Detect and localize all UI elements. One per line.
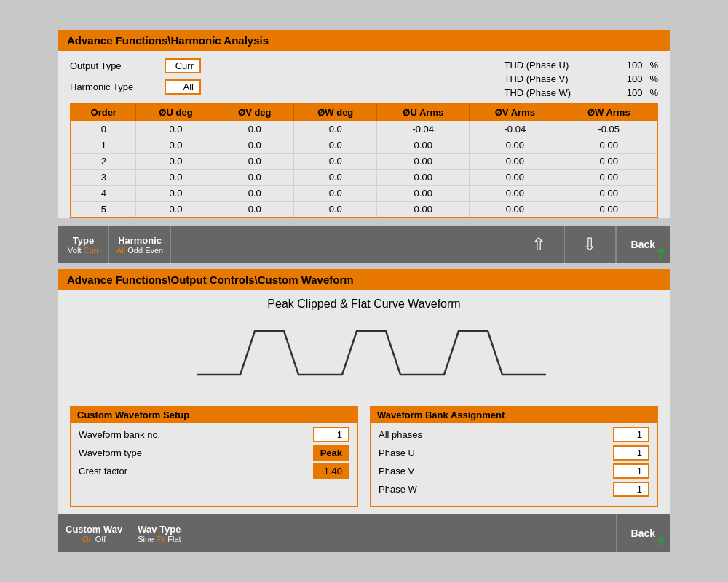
crest-factor-value[interactable]: 1.40 (313, 463, 349, 479)
custom-waveform-title: Advance Functions\Output Controls\Custom… (58, 269, 670, 290)
table-cell: 0.0 (136, 121, 215, 137)
bottom-green-up-arrow-icon: ⇧ (656, 535, 665, 549)
all-phases-value[interactable]: 1 (613, 427, 649, 442)
table-row: 10.00.00.00.000.000.00 (71, 137, 657, 154)
harmonic-table: OrderØU degØV degØW degØU ArmsØV ArmsØW … (70, 103, 658, 218)
custom-waveform-setup-box: Custom Waveform Setup Waveform bank no. … (70, 406, 358, 507)
wav-type-button[interactable]: Wav Type Sine Pk Flat (130, 514, 189, 552)
waveform-bank-assignment-title: Waveform Bank Assignment (371, 407, 657, 423)
up-arrow-button[interactable]: ⇧ (514, 226, 565, 263)
output-type-value[interactable]: Curr (165, 58, 201, 73)
phase-u-label: Phase U (379, 447, 613, 458)
table-cell: 0.00 (470, 154, 561, 170)
thd-w-unit: % (649, 87, 658, 98)
top-toolbar: Type Volt Curr Harmonic All Odd Even ⇧ ⇩… (58, 226, 670, 263)
table-header-cell: ØV deg (215, 103, 294, 121)
crest-factor-label: Crest factor (79, 466, 313, 477)
table-cell: -0.05 (561, 121, 657, 137)
phase-w-label: Phase W (379, 484, 613, 495)
wav-type-btn-main: Wav Type (138, 524, 181, 535)
table-cell: 1 (71, 137, 136, 154)
table-cell: 0.0 (136, 186, 215, 202)
table-cell: 0.0 (215, 202, 294, 218)
table-cell: -0.04 (377, 121, 470, 137)
thd-v-value: 100 (613, 73, 642, 84)
down-arrow-button[interactable]: ⇩ (565, 226, 616, 263)
table-cell: 0.0 (136, 137, 215, 154)
waveform-bank-value[interactable]: 1 (313, 427, 349, 442)
table-row: 20.00.00.00.000.000.00 (71, 154, 657, 170)
table-cell: 0.00 (377, 137, 470, 154)
table-cell: 3 (71, 170, 136, 186)
table-cell: 0.00 (561, 186, 657, 202)
thd-w-value: 100 (613, 87, 642, 98)
bottom-toolbar: Custom Wav On Off Wav Type Sine Pk Flat … (58, 514, 670, 552)
table-cell: 0.0 (136, 170, 215, 186)
custom-waveform-setup-title: Custom Waveform Setup (71, 407, 357, 423)
harmonic-button[interactable]: Harmonic All Odd Even (109, 226, 171, 263)
custom-wav-btn-sub: On Off (82, 535, 106, 543)
table-cell: 0.0 (294, 137, 377, 154)
table-cell: 0.0 (294, 154, 377, 170)
harmonic-btn-sub: All Odd Even (116, 246, 163, 255)
table-cell: 0.0 (215, 154, 294, 170)
harmonic-analysis-title: Advance Functions\Harmonic Analysis (58, 30, 670, 51)
table-cell: 4 (71, 186, 136, 202)
table-cell: 0.0 (294, 186, 377, 202)
green-up-arrow-icon: ⇧ (656, 247, 665, 260)
table-cell: 5 (71, 202, 136, 218)
table-cell: 0.00 (377, 202, 470, 218)
table-cell: 2 (71, 154, 136, 170)
table-row: 30.00.00.00.000.000.00 (71, 170, 657, 186)
waveform-type-label: Waveform type (79, 447, 313, 458)
custom-wav-btn-main: Custom Wav (66, 524, 122, 535)
table-cell: 0.0 (136, 154, 215, 170)
all-phases-label: All phases (379, 429, 613, 440)
harmonic-btn-main: Harmonic (118, 235, 162, 246)
table-cell: 0.0 (215, 186, 294, 202)
table-cell: 0 (71, 121, 136, 137)
table-cell: 0.00 (470, 186, 561, 202)
waveform-display: Peak Clipped & Flat Curve Waveform (58, 290, 670, 400)
phase-v-value[interactable]: 1 (613, 463, 649, 479)
table-cell: 0.0 (136, 202, 215, 218)
type-btn-main: Type (73, 235, 94, 246)
type-button[interactable]: Type Volt Curr (58, 226, 109, 263)
output-type-label: Output Type (70, 60, 165, 71)
back-button[interactable]: Back ⇧ (616, 226, 670, 263)
table-cell: 0.0 (294, 121, 377, 137)
waveform-type-value[interactable]: Peak (313, 445, 349, 461)
wav-type-btn-sub: Sine Pk Flat (138, 535, 181, 543)
table-cell: 0.00 (561, 202, 657, 218)
table-header-cell: ØW Arms (561, 103, 657, 121)
custom-wav-button[interactable]: Custom Wav On Off (58, 514, 130, 552)
thd-v-unit: % (649, 73, 658, 84)
table-cell: 0.00 (561, 137, 657, 154)
thd-section: THD (Phase U) 100 % THD (Phase V) 100 % … (504, 60, 658, 98)
table-cell: 0.00 (377, 154, 470, 170)
table-cell: 0.0 (294, 170, 377, 186)
thd-u-value: 100 (613, 60, 642, 71)
bottom-back-button[interactable]: Back ⇧ (616, 514, 670, 552)
phase-v-label: Phase V (379, 466, 613, 477)
table-cell: 0.00 (377, 170, 470, 186)
phase-u-value[interactable]: 1 (613, 445, 649, 461)
table-cell: 0.00 (561, 154, 657, 170)
table-row: 40.00.00.00.000.000.00 (71, 186, 657, 202)
harmonic-type-value[interactable]: All (165, 79, 201, 95)
table-cell: 0.0 (215, 121, 294, 137)
table-cell: 0.00 (470, 170, 561, 186)
thd-v-label: THD (Phase V) (504, 73, 606, 84)
table-cell: 0.00 (470, 202, 561, 218)
thd-u-unit: % (649, 60, 658, 71)
table-row: 50.00.00.00.000.000.00 (71, 202, 657, 218)
table-cell: 0.00 (377, 186, 470, 202)
phase-w-value[interactable]: 1 (613, 482, 649, 497)
table-header-cell: ØW deg (294, 103, 377, 121)
table-header-cell: ØU Arms (377, 103, 470, 121)
table-cell: 0.0 (294, 202, 377, 218)
table-header-cell: ØV Arms (470, 103, 561, 121)
table-cell: 0.0 (215, 137, 294, 154)
table-cell: 0.00 (470, 137, 561, 154)
bottom-back-label: Back (631, 527, 655, 539)
